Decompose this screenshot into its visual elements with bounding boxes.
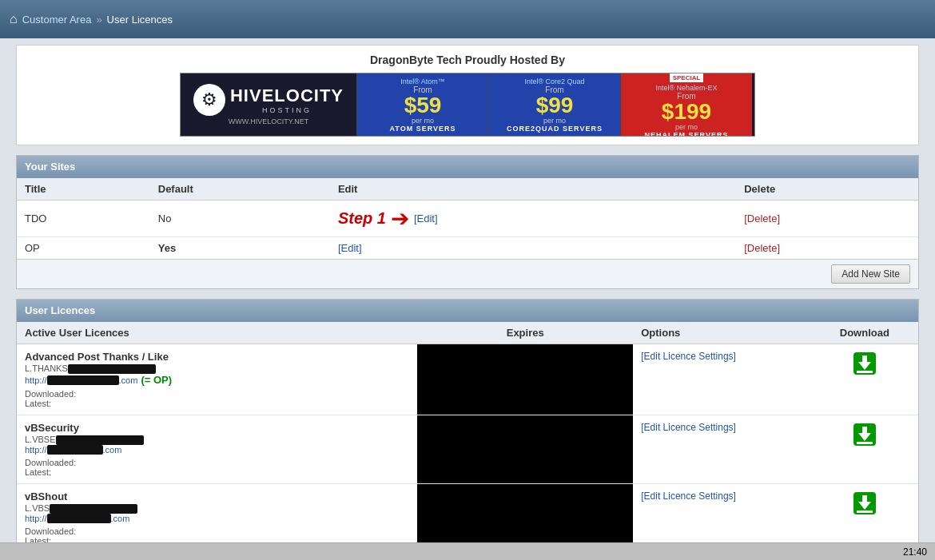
licence-row-0: Advanced Post Thanks / Like L.THANKS htt… [17, 344, 918, 415]
svg-rect-3 [857, 371, 873, 373]
hive-url: WWW.HIVELOCITY.NET [229, 117, 308, 125]
customer-area-link[interactable]: Customer Area [22, 14, 92, 26]
edit-licence-2[interactable]: [Edit Licence Settings] [641, 490, 736, 502]
hive-name: HIVELOCITY [230, 85, 344, 106]
dl-info-0: Downloaded: Latest: [25, 389, 409, 408]
product-name-2: vBShout [25, 490, 409, 502]
plan-atom-price: $59 [389, 94, 456, 117]
plan-atom: Intel® Atom™ From $59 per mo ATOM SERVER… [356, 73, 488, 136]
add-site-row: Add New Site [17, 259, 918, 288]
home-icon[interactable]: ⌂ [10, 12, 18, 26]
main-content: DragonByte Tech Proudly Hosted By ⚙ HIVE… [8, 38, 927, 560]
plan-core2-per: per mo [507, 117, 603, 125]
your-sites-header: Your Sites [17, 156, 918, 178]
site-edit-tdo: Step 1 ➔ [Edit] [330, 201, 736, 237]
user-licences-section: User Licences Active User Licences Expir… [16, 299, 919, 560]
download-icon-1 [852, 422, 877, 447]
site-row-op: OP Yes [Edit] [Delete] [17, 237, 918, 260]
plan-core2-price: $99 [507, 94, 603, 117]
download-icon-0 [852, 351, 877, 376]
dl-info-1: Downloaded: Latest: [25, 458, 409, 477]
plan-nehalem-price: $199 [645, 101, 729, 123]
hive-sub: HOSTING [230, 106, 344, 114]
op-badge-0: (= OP) [141, 374, 172, 386]
plan-nehalem-name: NEHALEM SERVERS [645, 131, 729, 137]
step-arrow-icon: ➔ [391, 205, 409, 232]
edit-link-tdo[interactable]: [Edit] [414, 212, 438, 224]
topbar: ⌂ Customer Area » User Licences [0, 0, 935, 38]
delete-link-op[interactable]: [Delete] [744, 242, 780, 254]
product-url-0: http://.com (= OP) [25, 374, 409, 386]
col-title: Title [17, 178, 150, 201]
product-key-1: L.VBSE [25, 435, 409, 445]
plan-atom-per: per mo [389, 117, 456, 125]
download-link-2[interactable] [852, 507, 877, 518]
product-url-2: http://.com [25, 514, 409, 523]
licence-product-1: vBSecurity L.VBSE http://.com Downloaded… [17, 415, 417, 484]
col-active-licences: Active User Licences [17, 322, 417, 344]
product-key-0: L.THANKS [25, 363, 409, 374]
product-name-0: Advanced Post Thanks / Like [25, 351, 409, 363]
col-default: Default [150, 178, 330, 201]
add-new-site-button[interactable]: Add New Site [831, 264, 910, 284]
hive-logo: ⚙ HIVELOCITY HOSTING WWW.HIVELOCITY.NET [181, 73, 356, 136]
step-label: Step 1 [338, 209, 386, 228]
edit-link-op[interactable]: [Edit] [338, 242, 362, 254]
download-link-0[interactable] [852, 367, 877, 379]
your-sites-section: Your Sites Title Default Edit Delete TDO… [16, 155, 919, 289]
col-options: Options [633, 322, 810, 344]
col-download: Download [811, 322, 918, 344]
site-delete-tdo: [Delete] [736, 201, 918, 237]
banner-container: ⚙ HIVELOCITY HOSTING WWW.HIVELOCITY.NET … [25, 73, 910, 137]
site-row-tdo: TDO No Step 1 ➔ [Edit] [Delete] [17, 201, 918, 237]
col-edit: Edit [330, 178, 736, 201]
site-default-tdo: No [150, 201, 330, 237]
plan-atom-name: ATOM SERVERS [389, 125, 456, 133]
col-delete: Delete [736, 178, 918, 201]
licence-product-0: Advanced Post Thanks / Like L.THANKS htt… [17, 344, 417, 415]
current-page-label: User Licences [107, 14, 173, 26]
download-icon-2 [852, 490, 877, 516]
edit-licence-1[interactable]: [Edit Licence Settings] [641, 422, 736, 433]
plan-core2-chip: Intel® Core2 Quad [507, 77, 603, 85]
nav-arrow: » [96, 14, 101, 26]
delete-link-tdo[interactable]: [Delete] [744, 212, 780, 224]
banner-section: DragonByte Tech Proudly Hosted By ⚙ HIVE… [16, 45, 919, 145]
licence-expires-1 [417, 415, 633, 484]
user-licences-header: User Licences [17, 300, 918, 322]
licence-row-1: vBSecurity L.VBSE http://.com Downloaded… [17, 415, 918, 484]
site-default-op: Yes [150, 237, 330, 260]
step-annotation: Step 1 ➔ [Edit] [338, 205, 728, 232]
banner-title: DragonByte Tech Proudly Hosted By [25, 54, 910, 66]
status-time: 21:40 [903, 546, 927, 558]
plan-atom-chip: Intel® Atom™ [389, 77, 456, 85]
licence-download-0 [811, 344, 918, 415]
licence-options-0: [Edit Licence Settings] [633, 344, 810, 415]
site-delete-op: [Delete] [736, 237, 918, 260]
licence-options-1: [Edit Licence Settings] [633, 415, 810, 484]
download-link-1[interactable] [852, 439, 877, 450]
site-title-op: OP [17, 237, 150, 260]
licence-expires-0 [417, 344, 633, 415]
plan-nehalem-per: per mo [645, 123, 729, 131]
plan-core2-name: CORE2QUAD SERVERS [507, 125, 603, 133]
svg-rect-11 [857, 510, 873, 513]
svg-rect-7 [857, 442, 873, 444]
plan-nehalem-chip: Intel® Nehalem-EX [645, 84, 729, 92]
site-title-tdo: TDO [17, 201, 150, 237]
site-edit-op: [Edit] [330, 237, 736, 260]
product-name-1: vBSecurity [25, 422, 409, 434]
edit-licence-0[interactable]: [Edit Licence Settings] [641, 351, 736, 362]
product-key-2: L.VBS [25, 503, 409, 514]
licences-table: Active User Licences Expires Options Dow… [17, 322, 918, 560]
licence-download-1 [811, 415, 918, 484]
hivelocity-banner[interactable]: ⚙ HIVELOCITY HOSTING WWW.HIVELOCITY.NET … [180, 73, 755, 137]
sites-table: Title Default Edit Delete TDO No Step 1 … [17, 178, 918, 259]
product-url-1: http://.com [25, 445, 409, 455]
plan-nehalem: SPECIAL Intel® Nehalem-EX From $199 per … [620, 73, 752, 136]
plan-core2quad: Intel® Core2 Quad From $99 per mo CORE2Q… [488, 73, 620, 136]
status-bar: 21:40 [0, 542, 935, 560]
col-expires: Expires [417, 322, 633, 344]
